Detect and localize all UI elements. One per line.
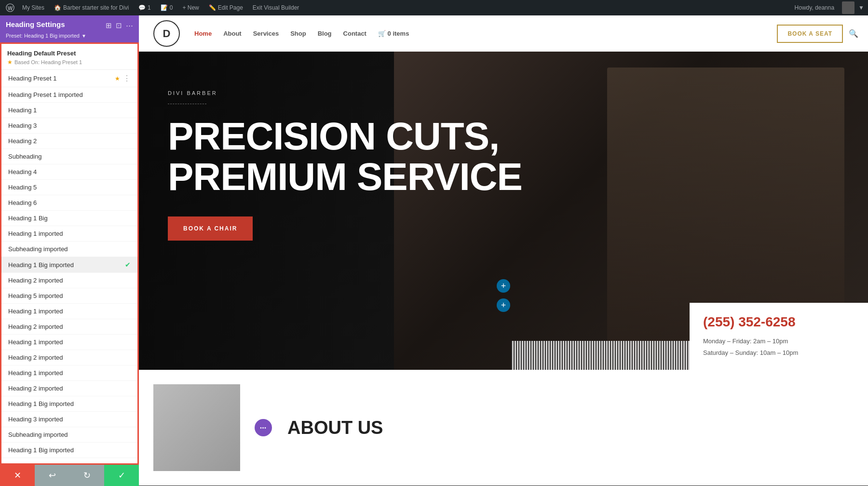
my-sites-menu[interactable]: My Sites: [18, 0, 48, 15]
panel-header-icons: ⊞ ⊡ ⋯: [106, 20, 133, 30]
list-item[interactable]: Heading 1: [1, 103, 137, 118]
list-item[interactable]: Heading 1 imported: [1, 304, 137, 319]
nav-item-about[interactable]: About: [223, 30, 242, 37]
preset-list-container[interactable]: Heading Default Preset ★ Based On: Headi…: [0, 42, 139, 465]
list-item[interactable]: Heading 1 imported: [1, 226, 137, 242]
nav-item-contact[interactable]: Contact: [343, 30, 366, 37]
svg-text:W: W: [8, 5, 13, 11]
list-item[interactable]: Heading 6: [1, 195, 137, 211]
barcode-decoration: [511, 341, 690, 370]
chevron-down-icon: ▼: [81, 33, 86, 39]
default-preset-name[interactable]: Heading Default Preset: [7, 50, 132, 57]
nav-item-cart[interactable]: 🛒 0 items: [378, 30, 409, 37]
list-item[interactable]: Heading 1 Big: [1, 211, 137, 226]
wp-logo-icon[interactable]: W: [4, 1, 16, 14]
list-item[interactable]: Heading 2 imported: [1, 319, 137, 335]
site-logo: D: [153, 20, 180, 47]
panel-grid-icon[interactable]: ⊞: [106, 21, 112, 30]
more-vert-icon[interactable]: ⋮: [123, 74, 131, 83]
preset-items-list: Heading Preset 1 ★ ⋮ Heading Preset 1 im…: [1, 70, 137, 458]
my-sites-label: My Sites: [22, 4, 44, 11]
about-content: ••• ABOUT US: [255, 418, 854, 438]
undo-button[interactable]: ↩: [35, 465, 69, 486]
about-badge: •••: [255, 419, 272, 436]
nav-item-services[interactable]: Services: [253, 30, 279, 37]
admin-user-greeting: Howdy, deanna ▼: [795, 1, 864, 14]
list-item[interactable]: Heading 3 imported: [1, 412, 137, 427]
site-menu: Home About Services Shop Blog Contact 🛒 …: [194, 30, 777, 37]
star-icon: ★: [7, 59, 13, 66]
nav-item-shop[interactable]: Shop: [290, 30, 306, 37]
site-navigation: D Home About Services Shop Blog Contact …: [139, 15, 868, 52]
list-item-active[interactable]: Heading 1 Big imported ✔: [1, 257, 137, 273]
site-nav-right: BOOK A SEAT 🔍: [777, 25, 858, 43]
panel-title: Heading Settings: [6, 20, 65, 28]
current-preset-selector[interactable]: Preset: Heading 1 Big imported ▼: [6, 33, 133, 39]
list-item[interactable]: Heading 1 imported: [1, 335, 137, 350]
about-thumbnail: [153, 384, 240, 471]
list-item[interactable]: Subheading imported: [1, 242, 137, 257]
site-name: Barber starter site for Divi: [63, 4, 129, 11]
redo-button[interactable]: ↻: [69, 465, 104, 486]
home-icon: 🏠: [54, 4, 61, 11]
list-item[interactable]: Heading 4: [1, 164, 137, 180]
list-item[interactable]: Heading Preset 1 imported: [1, 87, 137, 103]
default-preset-section: Heading Default Preset ★ Based On: Headi…: [1, 44, 137, 70]
main-layout: Heading Settings ⊞ ⊡ ⋯ Preset: Heading 1…: [0, 15, 868, 486]
heading-settings-panel: Heading Settings ⊞ ⊡ ⋯ Preset: Heading 1…: [0, 15, 139, 486]
list-item[interactable]: Heading 1 Big imported: [1, 443, 137, 458]
hero-add-buttons: + +: [497, 279, 510, 312]
comment-icon: 💬: [138, 4, 146, 11]
edit-page-btn[interactable]: ✏️ Edit Page: [205, 0, 247, 15]
book-seat-button[interactable]: BOOK A SEAT: [777, 25, 843, 43]
site-name-link[interactable]: 🏠 Barber starter site for Divi: [50, 0, 133, 15]
list-item[interactable]: Heading 1 Big imported: [1, 396, 137, 412]
current-preset-label: Preset: Heading 1 Big imported: [6, 33, 80, 39]
new-content-btn[interactable]: + New: [178, 0, 203, 15]
post-icon: 📝: [161, 4, 168, 11]
panel-layout-icon[interactable]: ⊡: [116, 21, 122, 30]
phone-number: (255) 352-6258: [703, 314, 854, 330]
add-section-button-1[interactable]: +: [497, 279, 510, 293]
list-item[interactable]: Heading 2 imported: [1, 273, 137, 288]
user-avatar: [842, 1, 854, 14]
add-section-button-2[interactable]: +: [497, 298, 510, 312]
list-item[interactable]: Heading Preset 1 ★ ⋮: [1, 70, 137, 87]
search-icon[interactable]: 🔍: [849, 29, 858, 38]
book-chair-button[interactable]: BOOK A CHAIR: [168, 216, 253, 241]
default-preset-based-on: ★ Based On: Heading Preset 1: [7, 59, 132, 66]
save-button[interactable]: ✓: [104, 465, 139, 486]
panel-toolbar: ✕ ↩ ↻ ✓: [0, 465, 139, 486]
hero-divider: [168, 104, 206, 105]
preset-bar: Preset: Heading 1 Big imported ▼: [0, 33, 139, 42]
hero-content: DIVI BARBER PRECISION CUTS, PREMIUM SERV…: [139, 52, 573, 279]
pencil-icon: ✏️: [209, 4, 216, 11]
posts-count[interactable]: 📝 0: [157, 0, 177, 15]
hero-title: PRECISION CUTS, PREMIUM SERVICE: [168, 116, 544, 197]
nav-item-blog[interactable]: Blog: [318, 30, 332, 37]
nav-item-home[interactable]: Home: [194, 30, 212, 37]
business-hours: Monday – Friday: 2am – 10pm Saturday – S…: [703, 336, 854, 358]
list-item[interactable]: Heading 5 imported: [1, 288, 137, 304]
about-title: ABOUT US: [287, 418, 383, 438]
wp-admin-bar: W My Sites 🏠 Barber starter site for Div…: [0, 0, 868, 15]
list-item[interactable]: Heading 2: [1, 134, 137, 149]
list-item[interactable]: Heading 1 imported: [1, 365, 137, 381]
list-item[interactable]: Heading 2 imported: [1, 350, 137, 365]
website-preview: D Home About Services Shop Blog Contact …: [139, 15, 868, 486]
hero-section: DIVI BARBER PRECISION CUTS, PREMIUM SERV…: [139, 52, 868, 370]
panel-header: Heading Settings ⊞ ⊡ ⋯: [0, 15, 139, 33]
close-button[interactable]: ✕: [0, 465, 35, 486]
list-item[interactable]: Heading 5: [1, 180, 137, 195]
list-item[interactable]: Heading 3: [1, 118, 137, 134]
checkmark-icon: ✔: [125, 261, 131, 269]
panel-more-icon[interactable]: ⋯: [126, 21, 133, 30]
about-section: ••• ABOUT US: [139, 370, 868, 486]
hero-info-box: (255) 352-6258 Monday – Friday: 2am – 10…: [690, 303, 868, 370]
list-item[interactable]: Subheading: [1, 149, 137, 164]
list-item[interactable]: Heading 2 imported: [1, 381, 137, 396]
hero-subtitle: DIVI BARBER: [168, 90, 544, 96]
list-item[interactable]: Subheading imported: [1, 427, 137, 443]
exit-visual-builder-btn[interactable]: Exit Visual Builder: [249, 0, 303, 15]
comments-count[interactable]: 💬 1: [135, 0, 155, 15]
